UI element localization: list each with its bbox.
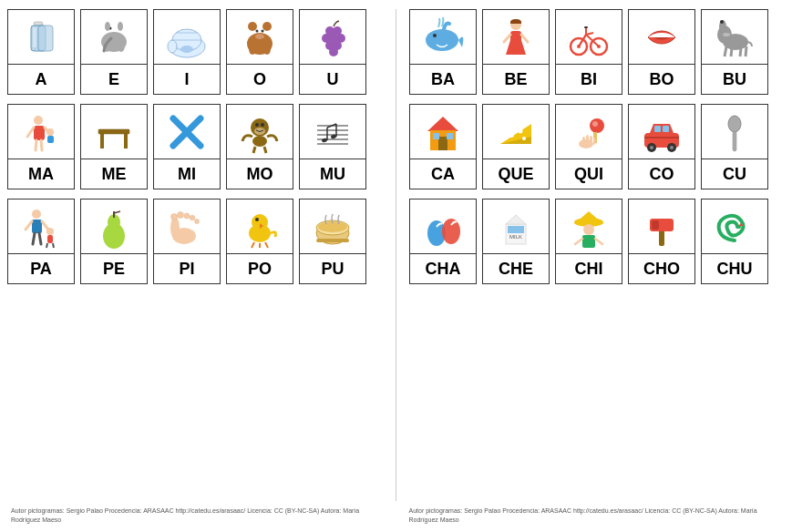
syllable-card-pi: PI [153,199,221,284]
syllable-card-bi: BI [555,9,622,95]
icon-cho [629,200,694,254]
syllable-card-che: MILK CHE [482,199,550,284]
syllable-card-e: E [80,9,148,95]
left-panel: A E [7,9,383,501]
icon-mi [154,105,220,159]
icon-qui [556,105,622,159]
icon-co [629,105,694,159]
icon-u [300,10,365,65]
label-ba: BA [410,65,476,94]
syllable-card-mo: MO [226,104,293,189]
svg-point-51 [255,123,259,127]
syllable-card-pu: PU [299,199,366,284]
svg-rect-3 [38,26,53,51]
syllable-card-ba: BA [409,9,477,95]
svg-point-14 [180,46,193,53]
svg-line-36 [27,128,34,137]
label-mo: MO [227,159,293,189]
svg-rect-70 [47,235,53,243]
svg-point-34 [34,116,43,125]
icon-cha [410,200,476,254]
svg-text:MILK: MILK [509,234,522,240]
svg-point-19 [248,22,257,31]
icon-po [227,200,293,254]
label-que: QUE [483,159,549,189]
svg-rect-154 [582,235,595,248]
syllable-card-cho: CHO [628,199,695,284]
icon-bo [629,10,694,65]
svg-point-80 [178,211,184,218]
svg-point-111 [720,20,724,24]
pa-row: PA PE [7,199,383,284]
svg-rect-136 [654,126,661,132]
footer-right: Autor pictogramas: Sergio Palao Proceden… [406,505,786,528]
syllable-card-i: I [153,9,221,95]
svg-rect-149 [508,226,524,233]
svg-line-103 [586,35,599,46]
icon-a [8,10,74,65]
icon-o [227,10,293,65]
svg-point-13 [168,40,177,53]
syllable-card-ma: MA [7,104,75,189]
right-panel: BA BE [409,9,785,501]
svg-rect-43 [100,134,104,148]
svg-rect-64 [32,220,42,233]
icon-bu [702,10,767,65]
icon-ca [410,105,476,159]
svg-rect-131 [582,137,585,146]
svg-line-65 [26,221,32,230]
icon-i [154,10,220,65]
icon-chu [702,200,767,254]
svg-rect-157 [659,230,664,246]
syllable-card-pa: PA [7,199,75,284]
label-pu: PU [300,254,365,283]
svg-point-82 [190,215,195,220]
svg-point-9 [105,22,110,31]
svg-line-66 [42,221,48,230]
icon-bi [556,10,622,65]
label-po: PO [227,254,293,283]
label-ma: MA [8,159,74,189]
svg-point-141 [670,146,674,149]
svg-rect-137 [663,126,669,132]
svg-line-68 [39,233,41,244]
svg-rect-132 [586,135,589,144]
svg-rect-2 [33,27,36,47]
svg-point-124 [509,132,514,138]
svg-rect-121 [447,133,453,139]
icon-ma [8,105,74,159]
syllable-card-po: PO [226,199,293,284]
label-be: BE [483,65,549,94]
label-ca: CA [410,159,476,189]
svg-point-23 [262,29,264,32]
icon-pi [154,200,220,254]
label-chi: CHI [556,254,622,283]
syllable-card-chu: CHU [701,199,768,284]
svg-rect-91 [316,239,349,242]
syllable-card-cha: CHA [409,199,477,284]
syllable-card-pe: PE [80,199,148,284]
svg-marker-152 [574,211,603,224]
svg-rect-142 [644,137,679,138]
label-bi: BI [556,65,622,94]
svg-point-92 [426,29,458,51]
svg-line-105 [586,33,593,35]
icon-ba [410,10,476,65]
svg-point-22 [256,29,259,32]
syllable-card-mu: MU [299,104,366,189]
label-pa: PA [8,254,74,283]
syllable-card-mi: MI [153,104,221,189]
svg-point-153 [583,224,594,235]
syllable-card-ca: CA [409,104,477,189]
svg-point-79 [171,213,178,220]
svg-rect-107 [584,26,588,28]
svg-point-86 [255,218,259,221]
label-bo: BO [629,65,694,94]
icon-mu [300,105,365,159]
svg-line-115 [740,48,741,56]
label-cha: CHA [410,254,476,283]
icon-que [483,105,549,159]
svg-rect-119 [438,137,447,150]
svg-line-114 [731,48,732,56]
label-bu: BU [702,65,767,94]
